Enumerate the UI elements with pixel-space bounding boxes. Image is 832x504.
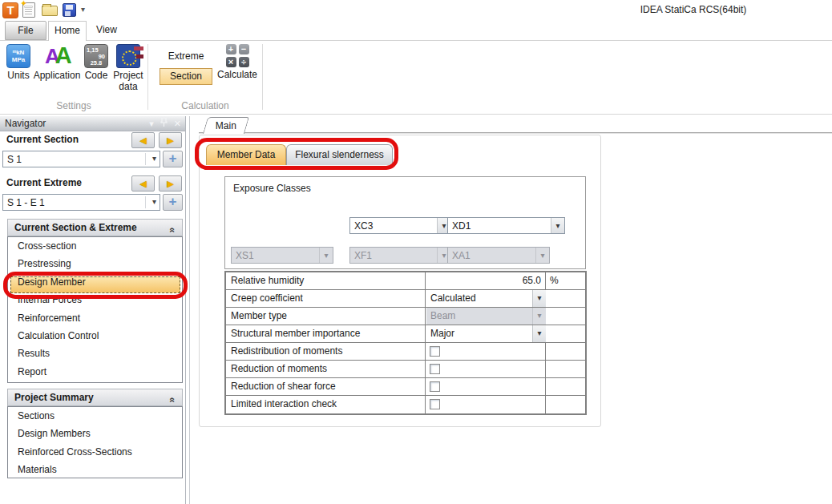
add-extreme-button[interactable]: +	[163, 194, 183, 211]
nav-item-cross-section[interactable]: Cross-section	[8, 237, 182, 255]
navigator-pin-icon[interactable]	[160, 116, 168, 131]
table-row: Reduction of shear force	[226, 378, 585, 396]
unit-label: %	[547, 272, 585, 290]
application-icon: AA	[45, 44, 69, 68]
tab-file[interactable]: File	[5, 21, 46, 40]
member-type-combobox: Beam	[426, 308, 546, 325]
collapse-chevron-icon: «	[165, 397, 181, 403]
previous-section-button[interactable]: ◀	[131, 132, 155, 148]
chlorides-class-combobox[interactable]: XD1	[447, 217, 565, 234]
subtab-member-data[interactable]: Member Data	[206, 144, 286, 165]
units-icon: ᵐkN MPa	[6, 44, 30, 68]
current-extreme-label: Current Extreme	[6, 177, 82, 188]
nav-item-reinforcement[interactable]: Reinforcement	[8, 309, 182, 327]
nav-item-results[interactable]: Results	[8, 345, 182, 362]
section-button[interactable]: Section	[160, 68, 212, 85]
nav-item-sections[interactable]: Sections	[8, 407, 182, 425]
add-section-button[interactable]: +	[163, 151, 183, 167]
calculate-button[interactable]: + − × ÷ Calculate	[213, 44, 261, 80]
combo-caret-icon	[319, 248, 333, 263]
navigator-close-icon[interactable]: ✕	[174, 116, 181, 131]
combo-caret-icon: ▾	[152, 154, 156, 163]
save-icon[interactable]	[63, 3, 76, 17]
application-button[interactable]: AA Application	[33, 44, 81, 81]
calculation-group-label: Calculation	[148, 100, 262, 111]
navigator-title: Navigator	[5, 118, 46, 129]
table-row: Structural member importance Major	[226, 325, 585, 343]
tab-view[interactable]: View	[88, 21, 125, 40]
combo-caret-icon	[535, 248, 549, 263]
next-section-button[interactable]: ▶	[159, 132, 182, 148]
exposure-classes-title: Exposure Classes	[233, 183, 311, 194]
relative-humidity-field[interactable]: 65.0	[426, 272, 546, 290]
app-window: T ▾ IDEA StatiCa RCS(64bit) File Home Vi…	[0, 0, 832, 504]
redistribution-of-moments-checkbox[interactable]	[430, 346, 440, 357]
quick-access-caret-icon[interactable]: ▾	[81, 5, 85, 14]
sea-chlorides-class-combobox[interactable]: XS1	[231, 247, 333, 264]
project-data-icon	[116, 44, 140, 68]
tab-home[interactable]: Home	[48, 21, 87, 41]
current-section-combobox[interactable]: S 1 ▾	[2, 151, 160, 167]
subtab-flexural-slenderness[interactable]: Flexural slenderness	[286, 144, 393, 165]
tab-main[interactable]: Main	[203, 117, 249, 134]
chemical-attack-class-combobox[interactable]: XA1	[447, 247, 550, 264]
section-extreme-list: Cross-section Prestressing Design Member…	[7, 236, 183, 383]
table-row: Reduction of moments	[226, 361, 585, 378]
member-importance-combobox[interactable]: Major	[426, 325, 546, 342]
table-row: Relative humidity 65.0 %	[226, 272, 585, 290]
code-button[interactable]: 1,15 90 25.8 Code	[82, 44, 111, 81]
navigator-title-bar[interactable]: Navigator ▾ ✕	[0, 116, 185, 131]
nav-item-prestressing[interactable]: Prestressing	[8, 255, 182, 272]
title-bar: T ▾ IDEA StatiCa RCS(64bit)	[0, 0, 832, 21]
calculate-icon: + − × ÷	[226, 44, 249, 67]
nav-item-materials[interactable]: Materials	[8, 461, 182, 478]
navigator-menu-caret-icon[interactable]: ▾	[149, 116, 154, 131]
current-section-extreme-header[interactable]: Current Section & Extreme «	[7, 219, 183, 236]
group-separator	[262, 44, 263, 110]
window-title: IDEA StatiCa RCS(64bit)	[597, 4, 790, 15]
open-file-icon[interactable]	[42, 6, 58, 16]
project-summary-header[interactable]: Project Summary «	[7, 389, 183, 406]
reduction-of-moments-checkbox[interactable]	[430, 364, 440, 374]
combo-caret-icon	[532, 325, 546, 342]
ribbon: ᵐkN MPa Units AA Application 1,15 90 25.…	[0, 41, 832, 115]
extreme-button[interactable]: Extreme	[160, 50, 212, 62]
creep-coefficient-combobox[interactable]: Calculated	[426, 290, 546, 307]
nav-item-report[interactable]: Report	[8, 363, 182, 381]
nav-item-reinforced-cross-sections[interactable]: Reinforced Cross-Sections	[8, 443, 182, 461]
carbonation-class-combobox[interactable]: XC3	[349, 217, 451, 234]
combo-caret-icon	[532, 308, 546, 325]
nav-item-design-members[interactable]: Design Members	[8, 425, 182, 442]
nav-item-calculation-control[interactable]: Calculation Control	[8, 327, 182, 345]
navigator-panel: Navigator ▾ ✕ Current Section ◀ ▶ S 1 ▾ …	[0, 116, 186, 504]
idea-statica-logo-icon: T	[2, 2, 18, 18]
combo-caret-icon: ▾	[152, 197, 156, 206]
tabstrip-line	[199, 132, 832, 134]
table-row: Limited interaction check	[226, 396, 585, 413]
freeze-thaw-class-combobox[interactable]: XF1	[349, 247, 451, 264]
panel-splitter[interactable]	[189, 116, 190, 504]
current-extreme-combobox[interactable]: S 1 - E 1 ▾	[2, 194, 160, 211]
new-file-icon[interactable]	[22, 2, 35, 18]
member-data-table: Relative humidity 65.0 % Creep coefficie…	[224, 271, 587, 415]
table-row: Redistribution of moments	[226, 343, 585, 361]
settings-group-label: Settings	[0, 100, 147, 111]
reduction-of-shear-force-checkbox[interactable]	[430, 381, 440, 392]
collapse-chevron-icon: «	[165, 228, 181, 233]
table-row: Member type Beam	[226, 308, 585, 325]
current-section-label: Current Section	[6, 134, 79, 145]
nav-item-internal-forces[interactable]: Internal Forces	[8, 291, 182, 308]
table-row: Creep coefficient Calculated	[226, 290, 585, 308]
limited-interaction-check-checkbox[interactable]	[430, 399, 440, 409]
combo-caret-icon	[551, 218, 564, 233]
project-summary-list: Sections Design Members Reinforced Cross…	[7, 406, 183, 478]
units-button[interactable]: ᵐkN MPa Units	[3, 44, 34, 81]
nav-item-design-member[interactable]: Design Member	[8, 273, 182, 291]
previous-extreme-button[interactable]: ◀	[131, 175, 155, 192]
next-extreme-button[interactable]: ▶	[159, 175, 182, 192]
ribbon-tab-row: File Home View	[0, 21, 832, 40]
project-data-button[interactable]: Project data	[111, 44, 146, 92]
code-icon: 1,15 90 25.8	[84, 44, 108, 68]
combo-caret-icon	[532, 290, 546, 307]
